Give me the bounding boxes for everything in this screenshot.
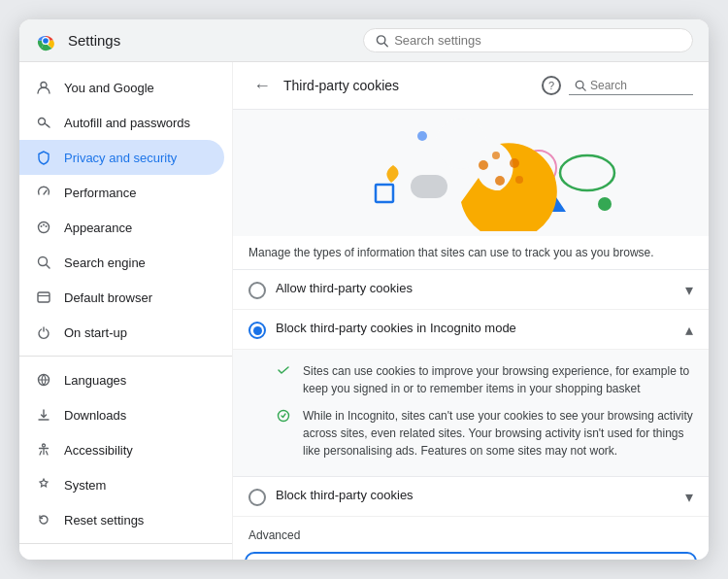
svg-rect-32 — [376, 185, 393, 202]
sidebar-item-default-browser[interactable]: Default browser — [19, 280, 224, 315]
power-icon — [35, 324, 52, 341]
sidebar-label-accessibility: Accessibility — [64, 443, 133, 458]
svg-point-38 — [510, 158, 519, 168]
topbar-search-box[interactable] — [363, 28, 693, 52]
svg-point-6 — [39, 119, 46, 125]
sidebar-item-performance[interactable]: Performance — [19, 175, 224, 210]
svg-point-28 — [417, 131, 427, 141]
option-block-all[interactable]: Block third-party cookies ▾ — [233, 477, 709, 517]
reset-icon — [35, 511, 52, 528]
svg-rect-15 — [38, 292, 50, 302]
topbar-search-icon — [376, 34, 388, 48]
dnt-container: Send a 'Do Not Track' request with your … — [245, 552, 697, 560]
svg-line-8 — [44, 190, 47, 194]
sidebar-item-extensions[interactable]: Extensions ↗ — [19, 550, 224, 560]
svg-rect-33 — [411, 175, 447, 198]
sidebar-label-languages: Languages — [64, 373, 126, 388]
main-layout: You and Google Autofill and passwords Pr… — [19, 62, 709, 560]
sidebar-label-reset: Reset settings — [64, 513, 144, 528]
option-block-incognito-label: Block third-party cookies in Incognito m… — [276, 320, 676, 337]
sub-item-1: Sites can use cookies to improve your br… — [276, 358, 693, 402]
header-search-box[interactable] — [569, 77, 693, 95]
system-icon — [35, 476, 52, 494]
browser-icon — [35, 289, 52, 306]
sidebar-item-accessibility[interactable]: Accessibility — [19, 432, 224, 467]
topbar-title: Settings — [68, 32, 120, 49]
sidebar-divider — [19, 356, 232, 357]
content-body: Manage the types of information that sit… — [233, 110, 709, 560]
sidebar-divider-2 — [19, 543, 232, 544]
sidebar-item-on-startup[interactable]: On start-up — [19, 315, 224, 350]
svg-point-39 — [492, 152, 500, 159]
block-incognito-chevron: ▴ — [685, 321, 693, 339]
key-icon — [35, 114, 52, 131]
svg-point-18 — [43, 444, 46, 447]
allow-chevron: ▾ — [685, 281, 693, 299]
option-block-incognito[interactable]: Block third-party cookies in Incognito m… — [233, 310, 709, 350]
settings-window: Settings You and Google Autofill a — [19, 19, 709, 560]
sub-item-2: While in Incognito, sites can't use your… — [276, 402, 693, 464]
sidebar-label-default-browser: Default browser — [64, 290, 152, 305]
svg-point-36 — [479, 160, 488, 170]
header-search-input[interactable] — [590, 79, 687, 92]
sidebar-item-reset[interactable]: Reset settings — [19, 502, 224, 537]
download-icon — [35, 406, 52, 424]
back-button[interactable]: ← — [248, 72, 276, 99]
globe-icon — [35, 371, 52, 389]
content-header: ← Third-party cookies ? — [233, 62, 709, 110]
accessibility-icon — [35, 441, 52, 459]
person-icon — [35, 79, 52, 96]
sidebar-item-appearance[interactable]: Appearance — [19, 210, 224, 245]
sidebar-item-you-and-google[interactable]: You and Google — [19, 70, 224, 105]
block-all-chevron: ▾ — [685, 488, 693, 506]
header-search-icon — [575, 80, 586, 91]
header-actions: ? — [542, 76, 693, 95]
option-allow-cookies[interactable]: Allow third-party cookies ▾ — [233, 270, 709, 310]
content-title: Third-party cookies — [283, 78, 534, 93]
sidebar-label-privacy: Privacy and security — [64, 151, 177, 165]
cookie-description: Manage the types of information that sit… — [233, 236, 709, 270]
sidebar-label-performance: Performance — [64, 186, 136, 200]
sidebar-label-on-startup: On start-up — [64, 325, 127, 340]
sidebar-label-you-and-google: You and Google — [64, 81, 154, 95]
radio-inner-dot — [253, 326, 262, 335]
block-incognito-expanded: Sites can use cookies to improve your br… — [233, 350, 709, 477]
sub-text-2: While in Incognito, sites can't use your… — [303, 407, 693, 460]
cookie-sub-icon-1 — [276, 363, 293, 381]
sidebar-item-system[interactable]: System — [19, 467, 224, 502]
topbar-search-input[interactable] — [394, 33, 680, 48]
sidebar-label-search-engine: Search engine — [64, 255, 146, 270]
sidebar-item-autofill[interactable]: Autofill and passwords — [19, 105, 224, 140]
sidebar-label-autofill: Autofill and passwords — [64, 116, 190, 130]
sidebar: You and Google Autofill and passwords Pr… — [19, 62, 233, 560]
cookie-illustration-svg — [306, 115, 636, 231]
sidebar-label-system: System — [64, 478, 106, 493]
sidebar-item-privacy[interactable]: Privacy and security — [19, 140, 224, 175]
svg-point-37 — [495, 176, 505, 186]
sidebar-item-search-engine[interactable]: Search engine — [19, 245, 224, 280]
chrome-logo — [35, 30, 56, 51]
content-panel: ← Third-party cookies ? — [233, 62, 709, 560]
svg-line-14 — [47, 265, 50, 269]
sidebar-item-languages[interactable]: Languages — [19, 362, 224, 397]
svg-line-7 — [47, 125, 49, 127]
advanced-label: Advanced — [233, 517, 709, 548]
svg-point-29 — [560, 155, 614, 190]
radio-block-all — [248, 489, 266, 506]
sidebar-item-downloads[interactable]: Downloads — [19, 397, 224, 432]
svg-line-27 — [582, 87, 585, 90]
svg-point-10 — [41, 225, 43, 227]
sub-text-1: Sites can use cookies to improve your br… — [303, 362, 693, 397]
svg-point-35 — [436, 119, 486, 169]
help-icon[interactable]: ? — [542, 76, 561, 95]
option-allow-label: Allow third-party cookies — [276, 280, 676, 297]
options-container: Allow third-party cookies ▾ Block third-… — [233, 270, 709, 517]
cookie-illustration — [233, 110, 709, 236]
search-icon — [35, 254, 52, 271]
shield-icon — [35, 149, 52, 166]
sidebar-label-appearance: Appearance — [64, 221, 132, 235]
topbar: Settings — [19, 19, 709, 62]
svg-point-9 — [39, 222, 50, 233]
svg-point-11 — [43, 224, 45, 226]
option-block-all-label: Block third-party cookies — [276, 487, 676, 504]
